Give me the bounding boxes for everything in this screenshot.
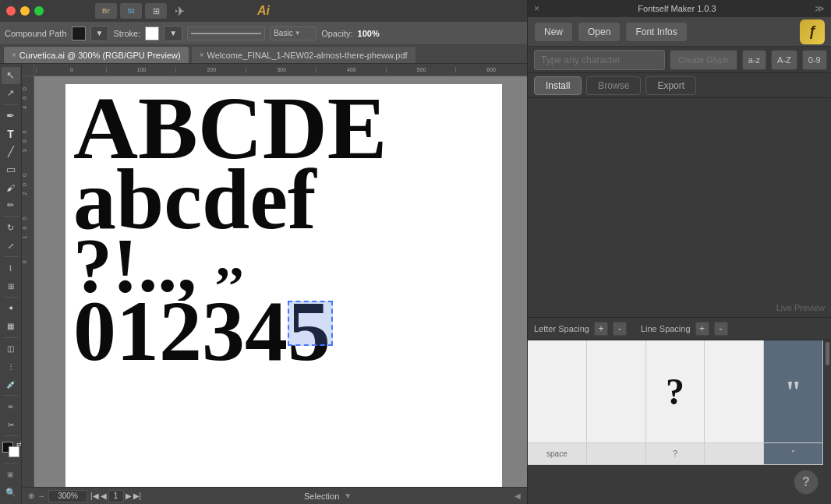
az-caps-button[interactable]: A-Z bbox=[771, 50, 797, 70]
canvas-container[interactable]: ABCDE abcdef ?!.., ,, 012345 bbox=[34, 76, 527, 487]
fill-color-box[interactable] bbox=[72, 26, 86, 41]
zoom-tool[interactable]: 🔍 bbox=[2, 484, 20, 501]
rotate-tool[interactable]: ↻ bbox=[2, 219, 20, 236]
glyph-cell-1[interactable] bbox=[528, 340, 587, 442]
nav-prev[interactable]: ◀ bbox=[101, 492, 107, 500]
stroke-color-box[interactable] bbox=[145, 26, 159, 41]
minimize-button[interactable] bbox=[20, 6, 30, 16]
maximize-button[interactable] bbox=[34, 6, 44, 16]
blend-tool[interactable]: ∞ bbox=[2, 398, 20, 415]
line-spacing-plus[interactable]: + bbox=[695, 322, 709, 336]
char-input[interactable] bbox=[534, 50, 665, 70]
color-selector[interactable]: ⇄ bbox=[2, 442, 19, 457]
glyph-cell-5[interactable]: " bbox=[764, 340, 823, 442]
letter-spacing-plus[interactable]: + bbox=[594, 322, 608, 336]
rect-tool[interactable]: ▭ bbox=[2, 161, 20, 178]
char-styles-icon[interactable]: St bbox=[120, 3, 142, 19]
art-canvas: ABCDE abcdef ?!.., ,, 012345 bbox=[65, 84, 502, 487]
paintbrush-tool[interactable]: 🖌 bbox=[2, 179, 20, 196]
tab-welcome[interactable]: × Welcome_FINAL_1-NEW02-almost-there-phe… bbox=[191, 46, 416, 63]
stroke-style-input[interactable]: Basic ▼ bbox=[270, 26, 316, 41]
nums-button[interactable]: 0-9 bbox=[802, 50, 827, 70]
select-tool[interactable]: ↖ bbox=[2, 67, 20, 84]
quote-label: " bbox=[792, 449, 795, 458]
panel-scrollbar[interactable] bbox=[823, 340, 831, 465]
close-button[interactable] bbox=[6, 6, 16, 16]
pen-tool[interactable]: ✒ bbox=[2, 107, 20, 125]
grid-view-icon[interactable]: ⊞ bbox=[145, 3, 167, 19]
tab-close-curvetica[interactable]: × bbox=[12, 51, 16, 59]
stroke-weight-input[interactable] bbox=[187, 26, 265, 41]
ruler-tick-600: 600 bbox=[455, 67, 525, 72]
scrollbar-thumb[interactable] bbox=[826, 342, 829, 365]
tool-separator-3 bbox=[3, 256, 19, 257]
glyph-label-space: space bbox=[528, 443, 587, 464]
az-button[interactable]: a-z bbox=[742, 50, 766, 70]
compound-path-label: Compound Path bbox=[5, 29, 67, 38]
new-button[interactable]: New bbox=[534, 22, 573, 42]
zoom-input[interactable] bbox=[48, 490, 87, 502]
warp-tool[interactable]: ⌇ bbox=[2, 259, 20, 277]
nav-prev-start[interactable]: |◀ bbox=[90, 492, 99, 500]
panel-title: Fontself Maker 1.0.3 bbox=[544, 4, 810, 13]
page-input[interactable] bbox=[108, 490, 124, 502]
line-tool[interactable]: ╱ bbox=[2, 143, 20, 160]
glyph-cell-3[interactable]: ? bbox=[646, 340, 705, 442]
letter-spacing-minus[interactable]: - bbox=[613, 322, 627, 336]
glyph-cell-4[interactable] bbox=[705, 340, 764, 442]
mesh-tool[interactable]: ⋮ bbox=[2, 358, 20, 375]
illustrator-window: Ai Br St ⊞ ✈ Compound Path ▼ Stroke: ▼ bbox=[0, 0, 527, 504]
fill-options-btn[interactable]: ▼ bbox=[90, 26, 109, 41]
glyph-label-empty2 bbox=[705, 443, 764, 464]
tab-curvetica[interactable]: × Curvetica.ai @ 300% (RGB/GPU Preview) bbox=[3, 46, 189, 63]
punct-row: ?!.., ,, bbox=[73, 231, 494, 301]
status-end-icon[interactable]: ◀ bbox=[515, 492, 521, 500]
line-spacing-minus[interactable]: - bbox=[714, 322, 728, 336]
nav-arrows: |◀ ◀ ▶ ▶| bbox=[90, 490, 141, 502]
ruler-tick-0: 0 bbox=[36, 67, 106, 72]
background-color[interactable] bbox=[9, 446, 19, 457]
send-icon[interactable]: ✈ bbox=[175, 4, 185, 19]
create-glyph-button[interactable]: Create Glyph bbox=[670, 50, 737, 70]
tool-separator-4 bbox=[3, 297, 19, 298]
graph-tool[interactable]: ▦ bbox=[2, 318, 20, 335]
pencil-tool[interactable]: ✏ bbox=[2, 196, 20, 213]
panel-expand-btn[interactable]: ≫ bbox=[815, 3, 825, 14]
panel-bottom: ? bbox=[528, 465, 831, 504]
nav-next-end[interactable]: ▶| bbox=[133, 492, 142, 500]
ruler-corner bbox=[22, 64, 34, 76]
ruler-tick-300: 300 bbox=[246, 67, 316, 72]
tab-close-welcome[interactable]: × bbox=[200, 51, 204, 59]
scale-tool[interactable]: ⤢ bbox=[2, 237, 20, 254]
tab-label-welcome: Welcome_FINAL_1-NEW02-almost-there-pheww… bbox=[207, 51, 407, 60]
library-icon[interactable]: Br bbox=[95, 3, 117, 19]
font-infos-button[interactable]: Font Infos bbox=[625, 22, 687, 42]
open-button[interactable]: Open bbox=[578, 22, 621, 42]
letter-spacing-label: Letter Spacing bbox=[534, 324, 589, 333]
fontself-logo: ƒ bbox=[800, 19, 825, 44]
panel-close-btn[interactable]: × bbox=[534, 3, 539, 14]
swap-colors-icon[interactable]: ⇄ bbox=[16, 440, 23, 448]
direct-select-tool[interactable]: ↗ bbox=[2, 85, 20, 102]
text-tool[interactable]: T bbox=[2, 125, 20, 143]
ruler-tick-400: 400 bbox=[316, 67, 386, 72]
logo-icon: ƒ bbox=[808, 23, 816, 40]
browse-button[interactable]: Browse bbox=[586, 76, 641, 95]
nav-next[interactable]: ▶ bbox=[126, 492, 132, 500]
comma-glyph-selected: ,, bbox=[216, 231, 243, 287]
gradient-tool[interactable]: ◫ bbox=[2, 340, 20, 358]
eyedropper-tool[interactable]: 💉 bbox=[2, 376, 20, 393]
glyph-cell-2[interactable] bbox=[587, 340, 646, 442]
install-button[interactable]: Install bbox=[534, 76, 582, 95]
free-transform-tool[interactable]: ⊞ bbox=[2, 277, 20, 294]
stroke-options-btn[interactable]: ▼ bbox=[164, 26, 182, 41]
export-button[interactable]: Export bbox=[645, 76, 696, 95]
scissors-tool[interactable]: ✂ bbox=[2, 416, 20, 433]
fontself-panel: × Fontself Maker 1.0.3 ≫ New Open Font I… bbox=[527, 0, 831, 504]
panel-toolbar: New Open Font Infos ƒ bbox=[528, 17, 831, 47]
status-arrow[interactable]: ▼ bbox=[344, 492, 352, 500]
symbol-tool[interactable]: ✦ bbox=[2, 300, 20, 317]
ai-main: ↖ ↗ ✒ T ╱ ▭ 🖌 ✏ ↻ ⤢ ⌇ ⊞ ✦ ▦ ◫ ⋮ bbox=[0, 64, 527, 504]
artboard-tool[interactable]: ▣ bbox=[2, 466, 20, 483]
help-button[interactable]: ? bbox=[794, 470, 819, 495]
